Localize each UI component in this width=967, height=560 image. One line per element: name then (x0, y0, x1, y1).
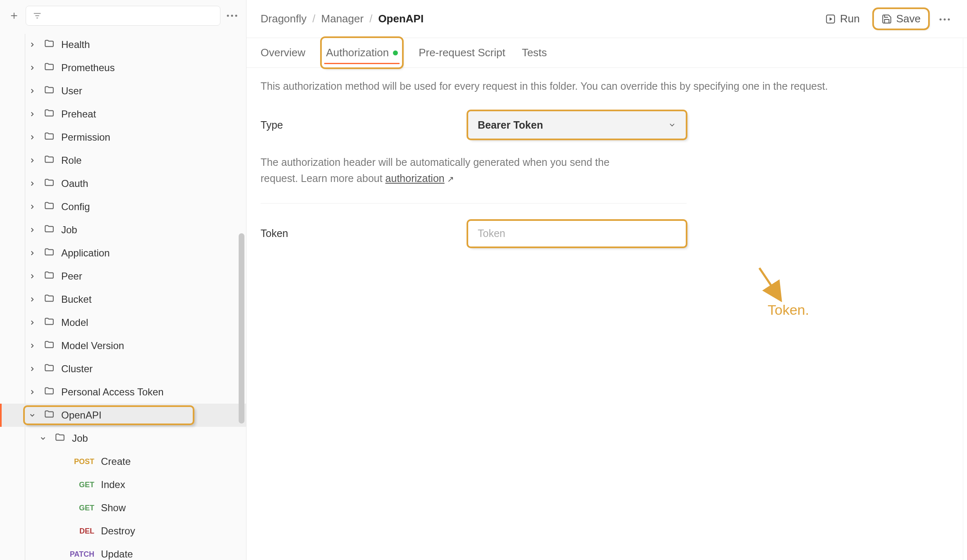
tab-overview[interactable]: Overview (261, 38, 305, 67)
folder-icon (44, 61, 55, 74)
svg-point-10 (940, 18, 942, 20)
sidebar-item-label: Oauth (61, 178, 88, 189)
chevron-right-icon[interactable] (27, 64, 37, 72)
sidebar-item-role[interactable]: Role (0, 149, 246, 172)
folder-icon (44, 223, 55, 237)
request-index[interactable]: GETIndex (0, 473, 246, 496)
chevron-right-icon[interactable] (27, 388, 37, 396)
folder-icon (44, 84, 55, 98)
chevron-down-icon[interactable] (38, 435, 48, 442)
sidebar-item-peer[interactable]: Peer (0, 265, 246, 288)
chevron-down-icon[interactable] (27, 412, 37, 419)
folder-icon (44, 362, 55, 376)
method-badge: GET (65, 481, 94, 489)
breadcrumb: Dragonfly / Manager / OpenAPI (261, 12, 424, 25)
authorization-link[interactable]: authorization (385, 172, 445, 184)
save-button[interactable]: Save (874, 9, 928, 29)
tab-label: Pre-request Script (419, 46, 505, 59)
sidebar-item-application[interactable]: Application (0, 242, 246, 265)
chevron-right-icon[interactable] (27, 134, 37, 141)
add-button[interactable] (7, 8, 22, 23)
chevron-right-icon[interactable] (27, 203, 37, 211)
main-more-button[interactable] (936, 13, 953, 25)
request-name: Index (101, 479, 125, 491)
sidebar-item-openapi-job[interactable]: Job (0, 427, 246, 450)
sidebar-item-label: Cluster (61, 363, 93, 375)
chevron-right-icon[interactable] (27, 226, 37, 234)
auth-hint: This authorization method will be used f… (261, 80, 953, 92)
request-name: Update (101, 548, 133, 560)
chevron-right-icon[interactable] (27, 342, 37, 349)
token-input[interactable] (467, 220, 687, 247)
scrollbar-thumb[interactable] (239, 233, 244, 424)
tab-authorization[interactable]: Authorization (322, 38, 402, 67)
chevron-right-icon[interactable] (27, 87, 37, 95)
chevron-right-icon[interactable] (27, 273, 37, 280)
sidebar-item-label: Preheat (61, 108, 96, 120)
folder-icon (44, 38, 55, 51)
sidebar-item-health[interactable]: Health (0, 33, 246, 56)
sidebar-item-config[interactable]: Config (0, 195, 246, 218)
sidebar-item-label: Job (72, 433, 88, 444)
run-button[interactable]: Run (819, 9, 866, 29)
auth-type-value: Bearer Token (478, 119, 543, 131)
chevron-right-icon[interactable] (27, 296, 37, 303)
sidebar-item-job[interactable]: Job (0, 218, 246, 242)
tabs: Overview Authorization Pre-request Scrip… (247, 38, 967, 68)
divider (261, 203, 687, 203)
sidebar-item-model-version[interactable]: Model Version (0, 334, 246, 357)
tab-label: Authorization (326, 46, 389, 59)
sidebar-item-permission[interactable]: Permission (0, 126, 246, 149)
svg-point-12 (948, 18, 950, 20)
sidebar-item-model[interactable]: Model (0, 311, 246, 334)
sidebar-item-prometheus[interactable]: Prometheus (0, 56, 246, 79)
breadcrumb-root[interactable]: Dragonfly (261, 12, 306, 25)
breadcrumb-current: OpenAPI (378, 12, 424, 25)
svg-point-5 (227, 15, 229, 17)
chevron-down-icon (668, 121, 676, 129)
chevron-right-icon[interactable] (27, 319, 37, 326)
svg-point-6 (231, 15, 233, 17)
folder-icon (44, 270, 55, 283)
sidebar-item-label: Role (61, 155, 81, 166)
sidebar-item-preheat[interactable]: Preheat (0, 103, 246, 126)
sidebar-item-oauth[interactable]: Oauth (0, 172, 246, 195)
filter-input[interactable] (26, 6, 220, 26)
folder-icon (44, 108, 55, 121)
folder-icon (44, 131, 55, 144)
token-label: Token (261, 227, 467, 239)
request-destroy[interactable]: DELDestroy (0, 519, 246, 543)
sidebar-item-user[interactable]: User (0, 79, 246, 103)
folder-icon (44, 154, 55, 167)
chevron-right-icon[interactable] (27, 157, 37, 164)
chevron-right-icon[interactable] (27, 180, 37, 187)
sidebar: HealthPrometheusUserPreheatPermissionRol… (0, 0, 247, 560)
request-name: Show (101, 502, 126, 514)
annotation-token: Token. (768, 302, 809, 318)
tab-tests[interactable]: Tests (522, 38, 547, 67)
sidebar-item-personal-access-token[interactable]: Personal Access Token (0, 381, 246, 404)
save-label: Save (896, 12, 921, 25)
chevron-right-icon[interactable] (27, 41, 37, 48)
chevron-right-icon[interactable] (27, 249, 37, 257)
sidebar-item-openapi[interactable]: OpenAPI (0, 404, 246, 427)
sidebar-item-label: Model Version (61, 340, 124, 352)
folder-icon (55, 432, 65, 445)
tree-guide-line (25, 34, 25, 560)
breadcrumb-mid[interactable]: Manager (321, 12, 364, 25)
tab-prerequest[interactable]: Pre-request Script (419, 38, 505, 67)
auth-type-select[interactable]: Bearer Token (467, 110, 687, 139)
sidebar-item-bucket[interactable]: Bucket (0, 288, 246, 311)
right-edge-border (963, 38, 967, 560)
request-create[interactable]: POSTCreate (0, 450, 246, 473)
sidebar-item-label: OpenAPI (61, 409, 101, 421)
chevron-right-icon[interactable] (27, 365, 37, 373)
request-show[interactable]: GETShow (0, 496, 246, 519)
chevron-right-icon[interactable] (27, 110, 37, 118)
sidebar-item-label: Config (61, 201, 90, 213)
sidebar-item-label: Permission (61, 132, 110, 143)
request-update[interactable]: PATCHUpdate (0, 543, 246, 560)
sidebar-tree[interactable]: HealthPrometheusUserPreheatPermissionRol… (0, 31, 246, 560)
sidebar-more-button[interactable] (225, 8, 239, 23)
sidebar-item-cluster[interactable]: Cluster (0, 357, 246, 381)
